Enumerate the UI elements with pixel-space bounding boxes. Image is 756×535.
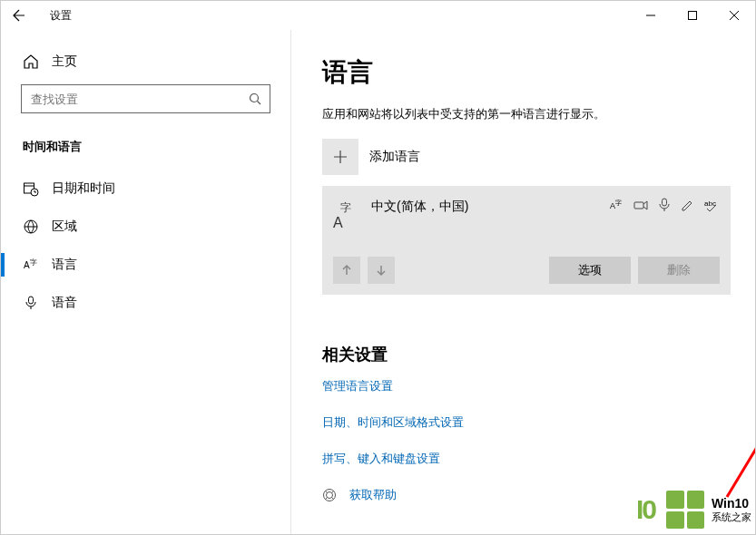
link-admin-language[interactable]: 管理语言设置 [322, 378, 724, 394]
window-title: 设置 [50, 8, 72, 24]
move-up-button[interactable] [333, 257, 360, 284]
sidebar: 主页 时间和语言 日期和时间 [1, 30, 291, 534]
display-language-icon: A字 [609, 197, 625, 213]
help-icon [322, 488, 337, 502]
svg-text:A: A [24, 260, 30, 270]
search-box[interactable] [21, 84, 270, 113]
close-button[interactable] [713, 1, 755, 30]
minimize-button[interactable] [630, 1, 672, 30]
svg-text:字: 字 [615, 199, 622, 206]
nav-item-speech[interactable]: 语音 [1, 284, 290, 322]
calendar-clock-icon [23, 180, 39, 197]
svg-line-17 [727, 301, 755, 497]
link-date-region-format[interactable]: 日期、时间和区域格式设置 [322, 414, 724, 431]
nav-item-datetime[interactable]: 日期和时间 [1, 170, 290, 208]
watermark-logo-icon [666, 491, 704, 529]
back-button[interactable] [1, 1, 37, 30]
page-description: 应用和网站将以列表中受支持的第一种语言进行显示。 [322, 106, 724, 122]
language-glyph-icon: 字A [333, 199, 358, 231]
nav-item-label: 区域 [52, 219, 77, 235]
link-spelling-keyboard[interactable]: 拼写、键入和键盘设置 [322, 451, 724, 467]
nav-item-region[interactable]: 区域 [1, 208, 290, 246]
globe-icon [23, 219, 39, 235]
arrow-up-icon [340, 264, 353, 277]
svg-rect-7 [29, 297, 34, 304]
remove-label: 删除 [667, 262, 691, 278]
svg-rect-12 [634, 202, 643, 209]
svg-point-16 [327, 492, 333, 499]
minimize-icon [646, 11, 655, 20]
titlebar: 设置 [1, 1, 755, 30]
text-to-speech-icon [633, 197, 649, 213]
home-nav[interactable]: 主页 [1, 44, 290, 79]
move-down-button[interactable] [368, 257, 395, 284]
home-label: 主页 [52, 54, 77, 70]
related-settings-title: 相关设置 [322, 344, 724, 365]
speech-icon [656, 197, 673, 213]
annotation-arrow [700, 297, 755, 515]
svg-rect-13 [663, 199, 667, 206]
maximize-icon [688, 11, 697, 20]
settings-window: 设置 主页 [0, 0, 756, 535]
maximize-button[interactable] [672, 1, 713, 30]
add-language-button[interactable] [322, 139, 358, 175]
home-icon [23, 54, 39, 70]
add-language-row[interactable]: 添加语言 [322, 139, 724, 175]
get-help-link[interactable]: 获取帮助 [349, 487, 397, 503]
language-icon: A字 [23, 257, 39, 273]
watermark-ten-icon: I0 [636, 494, 655, 525]
plus-icon [332, 149, 349, 165]
spellcheck-icon: abc [703, 197, 720, 213]
svg-text:字: 字 [30, 258, 37, 267]
nav-item-language[interactable]: A字 语言 [1, 246, 290, 284]
options-button[interactable]: 选项 [549, 257, 631, 284]
nav-item-label: 语言 [52, 257, 77, 273]
page-title: 语言 [322, 55, 724, 90]
handwriting-icon [680, 197, 696, 213]
svg-text:字: 字 [340, 201, 351, 214]
category-title: 时间和语言 [1, 128, 290, 170]
search-input[interactable] [31, 92, 248, 106]
svg-text:A: A [333, 215, 343, 229]
back-arrow-icon [12, 8, 26, 23]
microphone-icon [23, 295, 39, 311]
remove-button[interactable]: 删除 [638, 257, 720, 284]
arrow-down-icon [375, 264, 388, 277]
main-content: 语言 应用和网站将以列表中受支持的第一种语言进行显示。 添加语言 字A 中文(简… [291, 30, 755, 534]
nav-item-label: 语音 [52, 295, 77, 311]
search-icon [248, 92, 262, 106]
watermark: I0 Win10 系统之家 [636, 491, 751, 529]
svg-point-1 [250, 94, 259, 102]
svg-rect-0 [689, 12, 697, 20]
language-features: A字 abc [609, 197, 720, 213]
nav-item-label: 日期和时间 [52, 180, 115, 197]
language-entry[interactable]: 字A 中文(简体，中国) A字 abc [322, 186, 731, 295]
language-name: 中文(简体，中国) [371, 197, 596, 215]
add-language-label: 添加语言 [369, 149, 420, 165]
close-icon [730, 11, 739, 20]
watermark-text: Win10 系统之家 [712, 496, 751, 523]
options-label: 选项 [578, 262, 602, 278]
